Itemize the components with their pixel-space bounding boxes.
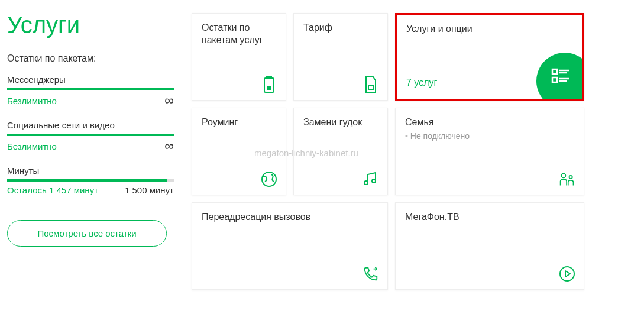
balance-label: Минуты (7, 166, 174, 176)
balance-label: Социальные сети и видео (7, 120, 174, 130)
card-family[interactable]: Семья Не подключено (395, 108, 584, 195)
card-subtitle: Не подключено (405, 131, 574, 141)
card-tariff[interactable]: Тариф (293, 13, 388, 101)
sim-icon (363, 76, 379, 93)
balance-messengers: Мессенджеры Безлимитно ∞ (7, 75, 174, 107)
balance-bar (7, 88, 174, 90)
balance-value: Осталось 1 457 минут (7, 185, 98, 195)
balance-social: Социальные сети и видео Безлимитно ∞ (7, 120, 174, 153)
list-icon (551, 67, 571, 85)
sidebar: Услуги Остатки по пакетам: Мессенджеры Б… (0, 0, 183, 290)
globe-icon (261, 171, 277, 188)
svg-rect-0 (264, 78, 274, 92)
svg-point-12 (372, 179, 376, 183)
balance-label: Мессенджеры (7, 75, 174, 85)
card-tv[interactable]: МегаФон.ТВ (395, 202, 584, 290)
svg-rect-1 (267, 76, 271, 78)
card-services[interactable]: Услуги и опции 7 услуг (395, 13, 584, 101)
svg-rect-7 (552, 77, 557, 82)
balance-bar (7, 179, 174, 182)
svg-point-10 (262, 172, 276, 186)
balance-value: Безлимитно (7, 141, 57, 151)
card-title: Остатки по пакетам услуг (202, 22, 276, 47)
svg-rect-2 (267, 86, 271, 90)
card-title: Тариф (303, 22, 378, 34)
card-title: Роуминг (202, 117, 276, 129)
infinity-icon: ∞ (164, 94, 174, 107)
svg-point-13 (561, 173, 565, 177)
balance-bar (7, 134, 174, 136)
balance-minutes: Минуты Осталось 1 457 минут 1 500 минут (7, 166, 174, 195)
svg-rect-4 (552, 69, 557, 74)
card-forwarding[interactable]: Переадресация вызовов (192, 202, 388, 290)
card-title: МегаФон.ТВ (405, 211, 574, 224)
svg-rect-3 (368, 85, 373, 90)
card-packages[interactable]: Остатки по пакетам услуг (192, 13, 286, 101)
svg-point-11 (364, 181, 368, 185)
page-title: Услуги (7, 13, 174, 37)
services-count: 7 услуг (406, 77, 437, 88)
card-title: Переадресация вызовов (202, 211, 378, 224)
balance-total: 1 500 минут (125, 185, 174, 195)
card-ringback[interactable]: Замени гудок (293, 108, 388, 195)
play-icon (559, 266, 575, 282)
infinity-icon: ∞ (164, 140, 174, 153)
card-title: Семья (405, 117, 574, 129)
balance-value: Безлимитно (7, 96, 57, 106)
people-icon (559, 171, 575, 188)
card-title: Услуги и опции (406, 23, 573, 35)
svg-point-14 (569, 176, 572, 179)
music-icon (363, 171, 379, 188)
balances-heading: Остатки по пакетам: (7, 53, 174, 64)
card-roaming[interactable]: Роуминг (192, 108, 286, 195)
battery-icon (261, 76, 277, 93)
svg-point-15 (560, 267, 574, 281)
view-all-button[interactable]: Посмотреть все остатки (7, 220, 167, 247)
phone-forward-icon (363, 266, 379, 282)
services-badge (536, 53, 584, 101)
card-title: Замени гудок (303, 117, 378, 129)
cards-grid: Остатки по пакетам услуг Тариф Услуги и … (183, 0, 584, 290)
